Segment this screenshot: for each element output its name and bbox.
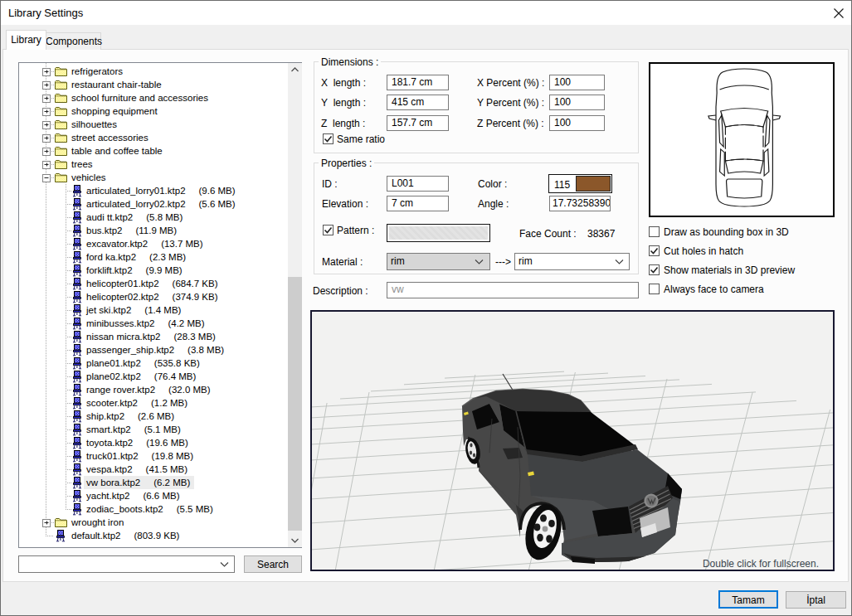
svg-text:ship.ktp2 (2.6 MB): ship.ktp2 (2.6 MB) [86,411,174,421]
svg-text:articulated_lorry01.ktp2 (: articulated_lorry01.ktp2 (9.6 MB) [86,186,236,196]
svg-text:trees: trees [71,159,93,169]
svg-text:jet ski.ktp2 (1.4 MB): jet ski.ktp2 (1.4 MB) [85,305,182,315]
svg-text:vehicles: vehicles [71,172,106,182]
svg-text:bus.ktp2 (11.9 MB): bus.ktp2 (11.9 MB) [86,226,177,235]
svg-text:excavator.ktp2 (13.7 MB): excavator.ktp2 (13.7 MB) [86,239,203,249]
svg-text:articulated_lorry02.ktp2 (: articulated_lorry02.ktp2 (5.6 MB) [86,199,236,209]
svg-text:toyota.ktp2 (19.6 MB): toyota.ktp2 (19.6 MB) [86,438,188,448]
svg-text:passenger_ship.ktp2 (3.8 M: passenger_ship.ktp2 (3.8 MB) [86,345,224,355]
svg-text:forklift.ktp2 (9.9 MB): forklift.ktp2 (9.9 MB) [86,265,183,275]
svg-text:yacht.ktp2 (6.6 MB): yacht.ktp2 (6.6 MB) [86,491,180,501]
svg-text:refrigerators: refrigerators [71,66,123,76]
svg-text:default.ktp2 (803.9 KB): default.ktp2 (803.9 KB) [71,531,180,541]
svg-text:audi tt.ktp2 (5.8 MB): audi tt.ktp2 (5.8 MB) [86,212,183,222]
svg-text:nissan micra.ktp2 (28.3 MB: nissan micra.ktp2 (28.3 MB) [86,332,216,342]
svg-text:minibusses.ktp2 (4.2 MB): minibusses.ktp2 (4.2 MB) [86,318,205,328]
svg-text:silhouettes: silhouettes [71,119,117,129]
svg-text:zodiac_boots.ktp2 (5.5 MB): zodiac_boots.ktp2 (5.5 MB) [86,504,213,514]
svg-text:truck01.ktp2 (19.8 MB): truck01.ktp2 (19.8 MB) [86,451,193,461]
svg-text:vw bora.ktp2 (6.2 MB): vw bora.ktp2 (6.2 MB) [86,478,190,487]
svg-text:scooter.ktp2 (1.2 MB): scooter.ktp2 (1.2 MB) [86,398,187,408]
svg-text:ford ka.ktp2 (2.3 MB): ford ka.ktp2 (2.3 MB) [86,252,186,262]
svg-text:smart.ktp2 (5.1 MB): smart.ktp2 (5.1 MB) [86,424,181,434]
svg-text:plane02.ktp2 (76.4 MB): plane02.ktp2 (76.4 MB) [86,371,196,381]
svg-text:plane01.ktp2 (535.8 KB): plane01.ktp2 (535.8 KB) [86,358,200,368]
svg-text:shopping equipment: shopping equipment [71,106,158,116]
svg-text:helicopter02.ktp2 (374.9 K: helicopter02.ktp2 (374.9 KB) [86,292,218,302]
svg-text:wrought iron: wrought iron [71,517,124,527]
svg-text:vespa.ktp2 (41.5 MB): vespa.ktp2 (41.5 MB) [86,464,187,474]
svg-text:restaurant chair-table: restaurant chair-table [71,80,162,90]
svg-text:range rover.ktp2 (32.0 MB): range rover.ktp2 (32.0 MB) [86,385,211,395]
svg-text:table and coffee table: table and coffee table [71,146,163,156]
svg-text:helicopter01.ktp2 (684.7 K: helicopter01.ktp2 (684.7 KB) [86,279,218,289]
svg-text:street accessories: street accessories [71,133,148,143]
svg-text:school furniture and accessori: school furniture and accessories [71,93,208,103]
